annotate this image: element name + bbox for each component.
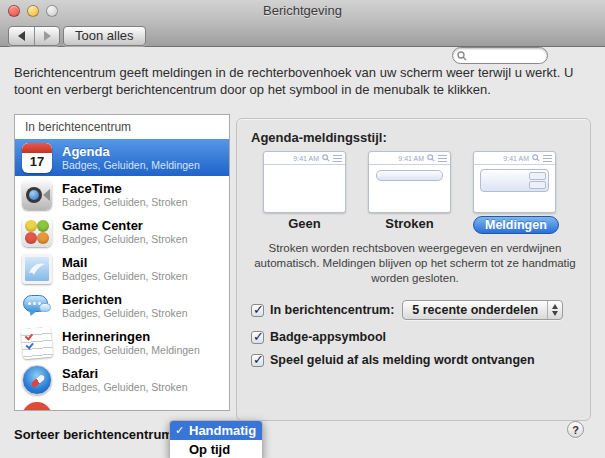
style-thumbnail-stroken[interactable]: 9:41 AM <box>368 151 451 213</box>
badge-appsymbool-checkbox[interactable] <box>251 331 264 344</box>
thumb-list-icon <box>333 155 342 162</box>
intro-text: Berichtencentrum geeft meldingen in de r… <box>14 64 594 98</box>
style-thumbnail-meldingen[interactable]: 9:41 AM <box>473 151 556 213</box>
search-input[interactable] <box>467 50 537 62</box>
sort-dropdown-menu: ✓ Handmatig Op tijd <box>169 420 263 458</box>
toolbar: Toon alles <box>0 22 605 47</box>
calendar-icon: 17 <box>22 143 52 173</box>
list-item-berichten[interactable]: Berichten Badges, Geluiden, Stroken <box>15 287 229 324</box>
game-center-icon <box>22 217 52 247</box>
menu-item-label: Handmatig <box>189 423 256 438</box>
thumb-menubar: 9:41 AM <box>369 152 450 165</box>
show-all-button[interactable]: Toon alles <box>63 26 146 46</box>
list-header: In berichtencentrum <box>15 115 229 139</box>
messages-icon <box>22 291 52 321</box>
thumb-search-icon <box>322 154 330 162</box>
reminders-icon <box>21 326 54 359</box>
mail-icon <box>22 254 52 284</box>
back-arrow-icon <box>18 31 25 41</box>
popup-value: 5 recente onderdelen <box>412 303 547 317</box>
thumb-clock: 9:41 AM <box>398 155 424 162</box>
selected-style-pill[interactable]: Meldingen <box>473 216 559 234</box>
safari-icon <box>22 365 52 395</box>
app-name: FaceTime <box>62 181 188 196</box>
checkbox-row-berichtencentrum: In berichtencentrum: 5 recente onderdele… <box>251 300 563 320</box>
calendar-day: 17 <box>22 152 52 172</box>
checkbox-label: Speel geluid af als melding wordt ontvan… <box>270 353 535 367</box>
in-berichtencentrum-checkbox[interactable] <box>251 304 264 317</box>
window-title: Berichtgeving <box>0 3 605 18</box>
app-subtitle: Badges, Geluiden, Stroken <box>62 381 188 393</box>
recent-items-popup[interactable]: 5 recente onderdelen <box>402 300 563 320</box>
menu-item-op-tijd[interactable]: Op tijd <box>170 440 262 458</box>
app-subtitle: Badges, Geluiden, Stroken <box>62 307 188 319</box>
app-subtitle: Badges, Geluiden, Stroken <box>62 233 188 245</box>
app-name: Berichten <box>62 292 188 307</box>
checkbox-row-geluid: Speel geluid af als melding wordt ontvan… <box>251 353 535 367</box>
style-option-stroken[interactable]: Stroken <box>368 216 451 231</box>
thumb-clock: 9:41 AM <box>293 155 319 162</box>
back-button[interactable] <box>9 27 34 45</box>
chrome-icon <box>22 402 52 412</box>
app-name: Agenda <box>62 144 200 159</box>
thumb-search-icon <box>427 154 435 162</box>
app-name: Google Chrome <box>62 409 160 411</box>
search-icon <box>457 51 467 61</box>
app-subtitle: Badges, Geluiden, Stroken <box>62 196 188 208</box>
app-name: Herinneringen <box>62 329 200 344</box>
thumb-search-icon <box>532 154 540 162</box>
thumb-list-icon <box>543 155 552 162</box>
list-item-facetime[interactable]: FaceTime Badges, Geluiden, Stroken <box>15 176 229 213</box>
thumb-clock: 9:41 AM <box>503 155 529 162</box>
style-option-geen[interactable]: Geen <box>263 216 346 231</box>
menu-item-handmatig[interactable]: ✓ Handmatig <box>170 421 262 440</box>
thumb-menubar: 9:41 AM <box>264 152 345 165</box>
forward-arrow-icon <box>44 31 51 41</box>
settings-panel: Agenda-meldingsstijl: 9:41 AM 9:41 AM <box>236 118 591 421</box>
style-thumbnail-geen[interactable]: 9:41 AM <box>263 151 346 213</box>
list-item-herinneringen[interactable]: Herinneringen Badges, Geluiden, Meldinge… <box>15 324 229 361</box>
speel-geluid-checkbox[interactable] <box>251 354 264 367</box>
thumb-list-icon <box>438 155 447 162</box>
facetime-icon <box>22 180 52 210</box>
list-item-agenda[interactable]: 17 Agenda Badges, Geluiden, Meldingen <box>15 139 229 176</box>
style-option-meldingen[interactable]: Meldingen <box>473 216 556 234</box>
checkmark-icon: ✓ <box>175 424 189 437</box>
alert-preview <box>480 169 549 192</box>
checkbox-label: Badge-appsymbool <box>270 330 386 344</box>
app-name: Mail <box>62 255 188 270</box>
titlebar: Berichtgeving <box>0 0 605 22</box>
style-description: Stroken worden rechtsboven weergegeven e… <box>250 241 580 286</box>
history-nav <box>8 26 60 46</box>
app-name: Safari <box>62 366 188 381</box>
app-subtitle: Badges, Geluiden, Meldingen <box>62 344 200 356</box>
popup-stepper-icon <box>547 301 562 319</box>
banner-preview <box>376 170 443 181</box>
checkbox-row-badge: Badge-appsymbool <box>251 330 386 344</box>
app-name: Game Center <box>62 218 188 233</box>
notification-apps-list: In berichtencentrum 17 Agenda Badges, Ge… <box>14 114 230 411</box>
list-item-mail[interactable]: Mail Badges, Geluiden, Stroken <box>15 250 229 287</box>
sort-label: Sorteer berichtencentrum <box>14 427 173 442</box>
style-heading: Agenda-meldingsstijl: <box>251 130 387 145</box>
menu-item-label: Op tijd <box>189 442 230 457</box>
forward-button[interactable] <box>34 27 59 45</box>
help-button[interactable]: ? <box>567 421 584 438</box>
app-subtitle: Badges, Geluiden, Meldingen <box>62 159 200 171</box>
preferences-window: Berichtgeving Toon alles Berichtencentru… <box>0 0 605 458</box>
thumb-menubar: 9:41 AM <box>474 152 555 165</box>
app-subtitle: Badges, Geluiden, Stroken <box>62 270 188 282</box>
list-item-google-chrome[interactable]: Google Chrome <box>15 398 229 411</box>
list-item-safari[interactable]: Safari Badges, Geluiden, Stroken <box>15 361 229 398</box>
search-field[interactable] <box>452 47 548 64</box>
checkbox-label: In berichtencentrum: <box>270 303 394 317</box>
list-item-game-center[interactable]: Game Center Badges, Geluiden, Stroken <box>15 213 229 250</box>
